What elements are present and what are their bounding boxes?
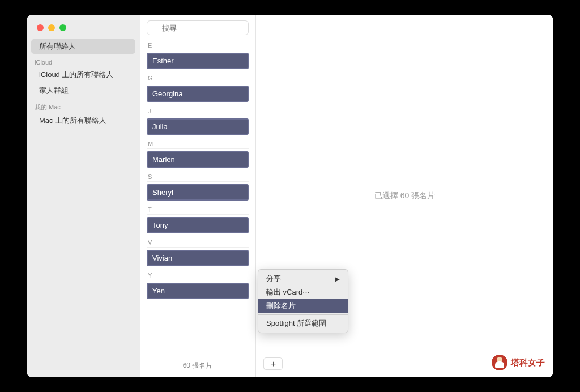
- sidebar: 所有聯絡人 iCloud iCloud 上的所有聯絡人 家人群組 我的 Mac …: [27, 15, 140, 377]
- contact-row[interactable]: Julia: [147, 118, 249, 135]
- list-footer-count: 60 張名片: [140, 354, 255, 377]
- contact-row[interactable]: Esther: [147, 53, 249, 69]
- sidebar-item-all-contacts[interactable]: 所有聯絡人: [31, 39, 135, 54]
- minimize-button[interactable]: [48, 24, 55, 31]
- contact-row[interactable]: Sheryl: [147, 184, 249, 201]
- sidebar-item-mac-contacts[interactable]: Mac 上的所有聯絡人: [31, 113, 135, 128]
- close-button[interactable]: [37, 24, 44, 31]
- contact-row[interactable]: Georgina: [147, 86, 249, 102]
- contact-list[interactable]: E Esther G Georgina J Julia M Marlen S S…: [140, 39, 255, 354]
- menu-label: 分享: [266, 274, 281, 284]
- section-letter: V: [147, 236, 249, 248]
- search-input[interactable]: [147, 20, 249, 35]
- menu-item-export-vcard[interactable]: 輸出 vCard⋯: [258, 286, 348, 299]
- add-button[interactable]: ＋: [263, 357, 283, 370]
- maximize-button[interactable]: [59, 24, 66, 31]
- section-letter: T: [147, 203, 249, 215]
- context-menu: 分享 ▶ 輸出 vCard⋯ 刪除名片 Spotlight 所選範圍: [258, 269, 348, 333]
- watermark-icon: [492, 355, 508, 370]
- sidebar-item-family-group[interactable]: 家人群組: [31, 83, 135, 98]
- watermark-text: 塔科女子: [511, 357, 545, 368]
- contact-list-column: E Esther G Georgina J Julia M Marlen S S…: [140, 15, 256, 377]
- window-controls: [37, 24, 66, 31]
- contact-row[interactable]: Marlen: [147, 151, 249, 168]
- contact-row[interactable]: Yen: [147, 283, 249, 299]
- menu-item-spotlight[interactable]: Spotlight 所選範圍: [258, 317, 348, 330]
- section-letter: Y: [147, 269, 249, 280]
- menu-item-share[interactable]: 分享 ▶: [258, 272, 348, 286]
- contacts-window: 所有聯絡人 iCloud iCloud 上的所有聯絡人 家人群組 我的 Mac …: [27, 15, 553, 377]
- menu-item-delete-card[interactable]: 刪除名片: [258, 299, 348, 313]
- watermark: 塔科女子: [492, 355, 545, 370]
- chevron-right-icon: ▶: [335, 276, 340, 282]
- menu-separator: [258, 314, 348, 315]
- contact-row[interactable]: Vivian: [147, 250, 249, 266]
- sidebar-section-header: 我的 Mac: [27, 99, 140, 113]
- section-letter: M: [147, 137, 249, 149]
- selection-status: 已選擇 60 張名片: [374, 191, 435, 201]
- section-letter: E: [147, 39, 249, 50]
- sidebar-section-header: iCloud: [27, 54, 140, 67]
- sidebar-item-icloud-contacts[interactable]: iCloud 上的所有聯絡人: [31, 67, 135, 82]
- section-letter: G: [147, 71, 249, 83]
- section-letter: J: [147, 104, 249, 116]
- contact-row[interactable]: Tony: [147, 217, 249, 233]
- section-letter: S: [147, 170, 249, 182]
